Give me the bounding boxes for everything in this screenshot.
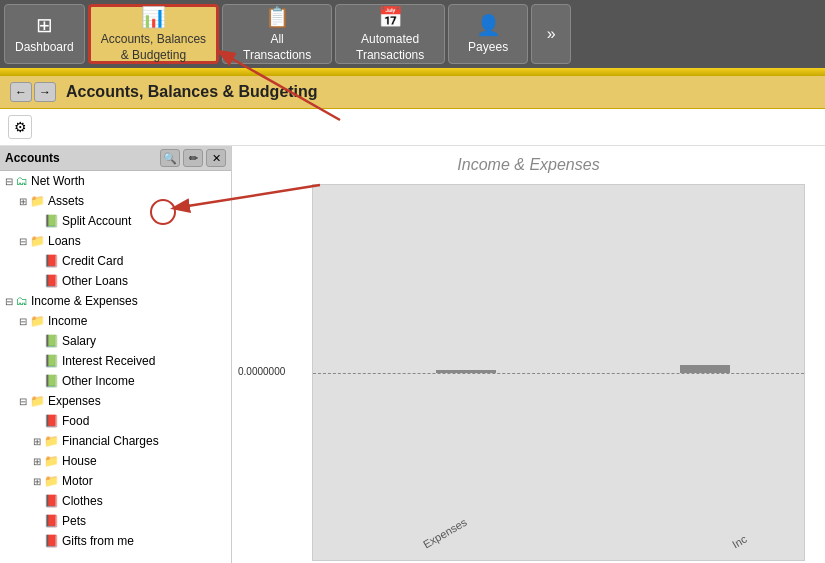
tree-label-house: House — [62, 452, 97, 470]
forward-button[interactable]: → — [34, 82, 56, 102]
nav-dashboard-button[interactable]: ⊞ Dashboard — [4, 4, 85, 64]
tree-label-expenses: Expenses — [48, 392, 101, 410]
chart-title: Income & Expenses — [232, 146, 825, 184]
settings-gear-button[interactable]: ⚙ — [8, 115, 32, 139]
expand-icon: ⊟ — [2, 174, 16, 189]
tree-label-other-income: Other Income — [62, 372, 135, 390]
tree-item-food[interactable]: 📕 Food — [0, 411, 231, 431]
folder-green-icon: 📁 — [30, 192, 45, 210]
nav-all-transactions-label: AllTransactions — [243, 32, 311, 63]
nav-more-button[interactable]: » — [531, 4, 571, 64]
nav-automated-transactions-button[interactable]: 📅 AutomatedTransactions — [335, 4, 445, 64]
tree-label-financial-charges: Financial Charges — [62, 432, 159, 450]
top-nav: ⊞ Dashboard 📊 Accounts, Balances& Budget… — [0, 0, 825, 68]
tree-label-interest-received: Interest Received — [62, 352, 155, 370]
folder-red-icon: 📁 — [44, 432, 59, 450]
tree-item-income[interactable]: ⊟ 📁 Income — [0, 311, 231, 331]
account-red-icon: 📕 — [44, 492, 59, 510]
breadcrumb-title: Accounts, Balances & Budgeting — [66, 83, 318, 101]
nav-accounts-button[interactable]: 📊 Accounts, Balances& Budgeting — [88, 4, 219, 64]
nav-more-label: » — [547, 24, 556, 45]
sidebar-search-button[interactable]: 🔍 — [160, 149, 180, 167]
tree-item-expenses[interactable]: ⊟ 📁 Expenses — [0, 391, 231, 411]
folder-red-icon: 📁 — [30, 232, 45, 250]
all-transactions-icon: 📋 — [265, 4, 290, 30]
account-green-icon: 📗 — [44, 372, 59, 390]
nav-all-transactions-button[interactable]: 📋 AllTransactions — [222, 4, 332, 64]
automated-transactions-icon: 📅 — [378, 4, 403, 30]
tree-item-credit-card[interactable]: 📕 Credit Card — [0, 251, 231, 271]
tree-label-other-loans: Other Loans — [62, 272, 128, 290]
tree-item-income-expenses[interactable]: ⊟ 🗂 Income & Expenses — [0, 291, 231, 311]
folder-red-icon: 📁 — [30, 392, 45, 410]
dashboard-icon: ⊞ — [36, 12, 53, 38]
tree-label-loans: Loans — [48, 232, 81, 250]
tree-item-salary[interactable]: 📗 Salary — [0, 331, 231, 351]
tree-item-pets[interactable]: 📕 Pets — [0, 511, 231, 531]
tree-item-motor[interactable]: ⊞ 📁 Motor — [0, 471, 231, 491]
folder-green-icon: 🗂 — [16, 292, 28, 310]
account-green-icon: 📗 — [44, 352, 59, 370]
folder-green-icon: 🗂 — [16, 172, 28, 190]
sidebar-actions: 🔍 ✏ ✕ — [160, 149, 226, 167]
expand-icon: ⊟ — [2, 294, 16, 309]
folder-red-icon: 📁 — [44, 452, 59, 470]
expand-icon: ⊞ — [30, 474, 44, 489]
breadcrumb-bar: ← → Accounts, Balances & Budgeting — [0, 76, 825, 109]
expand-icon: ⊟ — [16, 394, 30, 409]
tree-label-net-worth: Net Worth — [31, 172, 85, 190]
breadcrumb-nav: ← → — [10, 82, 56, 102]
tree-item-clothes[interactable]: 📕 Clothes — [0, 491, 231, 511]
account-red-icon: 📕 — [44, 412, 59, 430]
account-green-icon: 📗 — [44, 212, 59, 230]
tree-label-salary: Salary — [62, 332, 96, 350]
account-green-icon: 📗 — [44, 332, 59, 350]
folder-red-icon: 📁 — [44, 472, 59, 490]
tree-label-credit-card: Credit Card — [62, 252, 123, 270]
tree-item-gifts-from-me[interactable]: 📕 Gifts from me — [0, 531, 231, 551]
tree-label-food: Food — [62, 412, 89, 430]
chart-x-label-expenses: Expenses — [421, 516, 469, 551]
payees-icon: 👤 — [476, 12, 501, 38]
sidebar-toolbar: Accounts 🔍 ✏ ✕ — [0, 146, 231, 171]
yellow-separator — [0, 68, 825, 76]
main-content: Accounts 🔍 ✏ ✕ ⊟ 🗂 Net Worth ⊞ 📁 — [0, 146, 825, 563]
tree-label-income: Income — [48, 312, 87, 330]
nav-accounts-label: Accounts, Balances& Budgeting — [101, 32, 206, 63]
account-red-icon: 📕 — [44, 272, 59, 290]
nav-payees-label: Payees — [468, 40, 508, 56]
expand-icon: ⊟ — [16, 234, 30, 249]
chart-x-label-inc: Inc — [730, 533, 749, 551]
accounts-icon: 📊 — [141, 4, 166, 30]
tree-item-house[interactable]: ⊞ 📁 House — [0, 451, 231, 471]
expand-icon: ⊞ — [30, 454, 44, 469]
folder-green-icon: 📁 — [30, 312, 45, 330]
sidebar-close-button[interactable]: ✕ — [206, 149, 226, 167]
tree-label-gifts-from-me: Gifts from me — [62, 532, 134, 550]
account-red-icon: 📕 — [44, 532, 59, 550]
tree-label-pets: Pets — [62, 512, 86, 530]
tree-item-loans[interactable]: ⊟ 📁 Loans — [0, 231, 231, 251]
chart-area: Income & Expenses 0.0000000 Expenses Inc… — [232, 146, 825, 563]
tree-item-other-income[interactable]: 📗 Other Income — [0, 371, 231, 391]
nav-dashboard-label: Dashboard — [15, 40, 74, 56]
sidebar: Accounts 🔍 ✏ ✕ ⊟ 🗂 Net Worth ⊞ 📁 — [0, 146, 232, 563]
back-button[interactable]: ← — [10, 82, 32, 102]
tree-item-net-worth[interactable]: ⊟ 🗂 Net Worth — [0, 171, 231, 191]
tree-item-interest-received[interactable]: 📗 Interest Received — [0, 351, 231, 371]
account-red-icon: 📕 — [44, 512, 59, 530]
sidebar-edit-button[interactable]: ✏ — [183, 149, 203, 167]
tree-item-split-account[interactable]: 📗 Split Account — [0, 211, 231, 231]
sidebar-title: Accounts — [5, 151, 60, 165]
sidebar-tree[interactable]: ⊟ 🗂 Net Worth ⊞ 📁 Assets 📗 Split Account — [0, 171, 231, 563]
tree-item-financial-charges[interactable]: ⊞ 📁 Financial Charges — [0, 431, 231, 451]
tree-item-other-loans[interactable]: 📕 Other Loans — [0, 271, 231, 291]
tree-label-motor: Motor — [62, 472, 93, 490]
nav-payees-button[interactable]: 👤 Payees — [448, 4, 528, 64]
nav-automated-transactions-label: AutomatedTransactions — [356, 32, 424, 63]
tree-label-split-account: Split Account — [62, 212, 131, 230]
settings-area: ⚙ — [0, 109, 825, 146]
chart-zero-label: 0.0000000 — [238, 366, 285, 377]
account-red-icon: 📕 — [44, 252, 59, 270]
tree-item-assets[interactable]: ⊞ 📁 Assets — [0, 191, 231, 211]
